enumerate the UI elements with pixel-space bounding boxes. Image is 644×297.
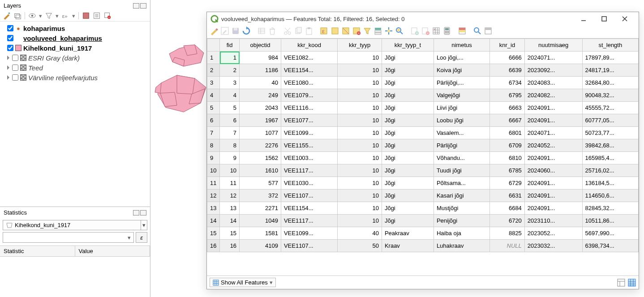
table-cell[interactable]: 6785: [490, 164, 525, 177]
table-cell[interactable]: 10: [220, 164, 240, 177]
table-cell[interactable]: VEE1117...: [281, 164, 337, 177]
column-header[interactable]: st_length: [582, 39, 638, 52]
table-row[interactable]: 10101610VEE1117...10JõgiTuudi jõgi678520…: [207, 164, 639, 177]
statistics-col-value[interactable]: Value: [75, 246, 150, 256]
table-cell[interactable]: 9: [220, 152, 240, 164]
table-row[interactable]: 552043VEE1116...10JõgiLiivi jõgi66632024…: [207, 102, 639, 114]
table-cell[interactable]: Luhakraav: [434, 240, 489, 252]
table-cell[interactable]: 2024091...: [524, 202, 582, 215]
table-cell[interactable]: 11: [220, 177, 240, 189]
table-cell[interactable]: Peakraav: [382, 227, 434, 240]
attribute-table-titlebar[interactable]: vooluveed_kohaparimus — Features Total: …: [207, 12, 639, 26]
window-maximize-button[interactable]: [594, 12, 614, 26]
table-cell[interactable]: Kasari jõgi: [434, 189, 489, 202]
table-cell[interactable]: 6720: [490, 215, 525, 227]
row-header[interactable]: 5: [207, 102, 220, 114]
table-cell[interactable]: 10: [338, 102, 382, 114]
table-cell[interactable]: 4109: [240, 240, 281, 252]
row-header[interactable]: 14: [207, 215, 220, 227]
table-cell[interactable]: 2024091...: [524, 189, 582, 202]
map-canvas[interactable]: [152, 40, 215, 139]
new-field-icon[interactable]: [410, 26, 419, 35]
visibility-icon[interactable]: [28, 12, 36, 20]
table-cell[interactable]: 10: [338, 52, 382, 64]
layer-item[interactable]: ●kohaparimus: [2, 23, 148, 33]
layer-item[interactable]: Kihelkond_kuni_1917: [2, 43, 148, 53]
table-cell[interactable]: VEE1154...: [281, 64, 337, 77]
dock-icon[interactable]: [484, 26, 493, 35]
layers-close-icon[interactable]: [140, 3, 146, 9]
table-cell[interactable]: 10511,86...: [582, 215, 638, 227]
table-cell[interactable]: Jõgi: [382, 152, 434, 164]
table-cell[interactable]: VEE1155...: [281, 139, 337, 152]
table-cell[interactable]: 10: [338, 89, 382, 102]
table-cell[interactable]: 8825: [490, 227, 525, 240]
select-all-icon[interactable]: [331, 26, 339, 35]
table-row[interactable]: 16164109VEE1107...50KraavLuhakraavNULL20…: [207, 240, 639, 252]
table-cell[interactable]: 6709: [490, 139, 525, 152]
layer-item[interactable]: Värviline reljeefvarjutus: [2, 73, 148, 82]
layer-visibility-checkbox[interactable]: [7, 45, 13, 51]
layer-tree[interactable]: ●kohaparimusvooluveed_kohaparimusKihelko…: [0, 22, 150, 207]
table-cell[interactable]: Jõgi: [382, 139, 434, 152]
table-cell[interactable]: 3: [220, 77, 240, 89]
row-header[interactable]: 13: [207, 202, 220, 215]
table-cell[interactable]: Jõgi: [382, 127, 434, 139]
table-cell[interactable]: 32684,80...: [582, 77, 638, 89]
table-corner[interactable]: [207, 39, 220, 52]
table-cell[interactable]: Loo jõgi,...: [434, 52, 489, 64]
row-header[interactable]: 1: [207, 52, 220, 64]
paste-icon[interactable]: [305, 26, 313, 35]
table-cell[interactable]: 4: [220, 89, 240, 102]
delete-field-icon[interactable]: [421, 26, 430, 35]
table-row[interactable]: 14141049VEE1117...10JõgiPenijõgi67202023…: [207, 215, 639, 227]
organize-columns-icon[interactable]: [432, 26, 441, 35]
move-selection-top-icon[interactable]: [374, 26, 382, 35]
delete-feature-icon[interactable]: [268, 26, 277, 35]
table-cell[interactable]: 17897,89...: [582, 52, 638, 64]
table-cell[interactable]: 50723,77...: [582, 127, 638, 139]
row-header[interactable]: 10: [207, 164, 220, 177]
row-header[interactable]: 9: [207, 152, 220, 164]
table-cell[interactable]: Jõgi: [382, 102, 434, 114]
table-cell[interactable]: 2023092...: [524, 64, 582, 77]
table-cell[interactable]: NULL: [490, 240, 525, 252]
layer-visibility-checkbox[interactable]: [7, 35, 13, 41]
table-cell[interactable]: 1610: [240, 164, 281, 177]
statistics-dock-icon[interactable]: [133, 210, 139, 215]
expression-icon[interactable]: ε»: [61, 12, 69, 20]
table-cell[interactable]: 6810: [490, 152, 525, 164]
table-cell[interactable]: Jõgi: [382, 114, 434, 127]
layer-item[interactable]: vooluveed_kohaparimus: [2, 33, 148, 43]
table-row[interactable]: 13132271VEE1154...10JõgiMustjõgi66842024…: [207, 202, 639, 215]
table-cell[interactable]: 1967: [240, 114, 281, 127]
table-cell[interactable]: 2024060...: [524, 164, 582, 177]
table-cell[interactable]: 10: [338, 64, 382, 77]
zoom-to-selected-icon[interactable]: [395, 26, 404, 35]
table-cell[interactable]: 15: [220, 227, 240, 240]
table-cell[interactable]: Vasalem...: [434, 127, 489, 139]
table-cell[interactable]: 39842,68...: [582, 139, 638, 152]
table-cell[interactable]: VEE1077...: [281, 114, 337, 127]
column-header[interactable]: knr_id: [490, 39, 525, 52]
table-row[interactable]: 44249VEE1079...10JõgiValgejõgi6795202408…: [207, 89, 639, 102]
table-cell[interactable]: 40: [338, 227, 382, 240]
table-cell[interactable]: Liivi jõgi: [434, 102, 489, 114]
layer-visibility-checkbox[interactable]: [12, 55, 18, 61]
table-cell[interactable]: 12: [220, 189, 240, 202]
table-cell[interactable]: 82845,32...: [582, 202, 638, 215]
table-cell[interactable]: VEE1080...: [281, 77, 337, 89]
expand-arrow-icon[interactable]: [7, 75, 9, 80]
form-view-icon[interactable]: [617, 279, 625, 287]
table-cell[interactable]: 6631: [490, 189, 525, 202]
table-cell[interactable]: 6639: [490, 64, 525, 77]
column-header[interactable]: nuutmisaeg: [524, 39, 582, 52]
select-expression-icon[interactable]: ε: [320, 26, 329, 35]
table-cell[interactable]: 5697,990...: [582, 227, 638, 240]
table-cell[interactable]: 10: [338, 139, 382, 152]
table-cell[interactable]: 2023110...: [524, 215, 582, 227]
row-header[interactable]: 3: [207, 77, 220, 89]
layer-item[interactable]: Teed: [2, 63, 148, 73]
remove-layer-icon[interactable]: [103, 12, 112, 20]
table-row[interactable]: 221186VEE1154...10JõgiKoiva jõgi66392023…: [207, 64, 639, 77]
